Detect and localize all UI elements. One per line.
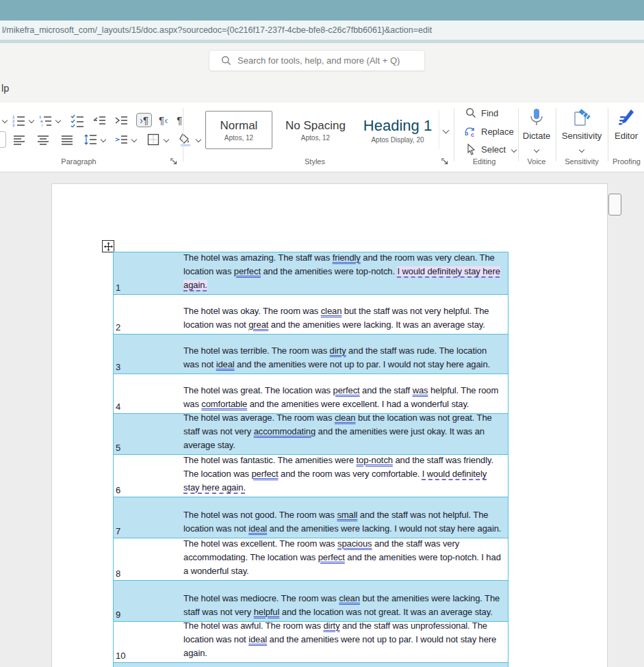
menu-item-help-fragment[interactable]: lp: [1, 83, 9, 94]
first-line-indent-button[interactable]: [113, 132, 129, 148]
grammar-suggestion[interactable]: small: [337, 510, 357, 520]
grammar-suggestion[interactable]: helpful: [254, 607, 280, 617]
chevron-down-icon[interactable]: [2, 117, 8, 122]
grammar-suggestion[interactable]: clean: [321, 306, 342, 316]
grammar-suggestion[interactable]: ideal: [248, 523, 267, 534]
grammar-suggestion[interactable]: accommodating: [254, 426, 315, 436]
grammar-suggestion[interactable]: perfect: [234, 266, 261, 276]
review-text-cell[interactable]: The hotel was great. The location was pe…: [183, 374, 508, 413]
style-normal[interactable]: Normal Aptos, 12: [205, 111, 272, 149]
chevron-down-icon[interactable]: [29, 117, 34, 122]
address-bar[interactable]: l/mikefra_microsoft_com/_layouts/15/doc.…: [0, 21, 644, 40]
grammar-suggestion[interactable]: spacious: [337, 538, 372, 549]
row-number-cell[interactable]: 7: [114, 497, 183, 538]
row-number-cell[interactable]: 4: [114, 374, 183, 413]
review-text-cell[interactable]: The hotel was terrible. The room was dir…: [183, 335, 508, 374]
scrollbar-thumb[interactable]: [608, 194, 621, 215]
table-move-handle[interactable]: [102, 240, 114, 252]
review-text-cell[interactable]: The hotel was mediocre. The room was cle…: [183, 581, 508, 621]
editor-button[interactable]: Editor: [611, 108, 641, 141]
borders-button[interactable]: [145, 132, 161, 148]
replace-button[interactable]: bc Replace: [464, 125, 514, 138]
chevron-down-icon[interactable]: [131, 137, 137, 142]
increase-indent-button[interactable]: [113, 112, 129, 128]
review-text-cell[interactable]: The hotel was amazing. The staff was fri…: [183, 252, 508, 294]
microphone-icon: [528, 108, 545, 129]
table-row[interactable]: 5The hotel was average. The room was cle…: [114, 414, 508, 455]
grammar-suggestion[interactable]: top-notch: [357, 455, 393, 465]
table-row[interactable]: 4The hotel was great. The location was p…: [114, 374, 508, 414]
grammar-suggestion[interactable]: was: [413, 385, 428, 395]
row-number-cell[interactable]: 2: [114, 295, 183, 334]
ltr-paragraph-icon: ›¶: [140, 114, 149, 126]
find-button[interactable]: Find: [465, 107, 498, 118]
row-number-cell[interactable]: 9: [114, 581, 183, 621]
multilevel-list-button[interactable]: 1ai: [37, 112, 53, 128]
table-row[interactable]: 10The hotel was awful. The room was dirt…: [114, 622, 508, 663]
row-number-cell[interactable]: 8: [114, 538, 183, 580]
decrease-indent-button[interactable]: [91, 112, 107, 128]
review-text-cell[interactable]: The hotel was not good. The room was sma…: [183, 497, 508, 538]
review-text-cell[interactable]: The hotel was excellent. The room was sp…: [183, 538, 508, 580]
styles-gallery-expand-button[interactable]: [439, 111, 452, 149]
ltr-paragraph-button[interactable]: ›¶: [136, 113, 152, 127]
row-number-cell[interactable]: 6: [114, 455, 183, 497]
table-row[interactable]: 6The hotel was fantastic. The amenities …: [114, 455, 508, 497]
grammar-suggestion[interactable]: clean: [339, 593, 360, 603]
table-row[interactable]: [114, 663, 508, 667]
style-heading-1[interactable]: Heading 1 Aptos Display, 20: [358, 111, 437, 149]
chevron-down-icon[interactable]: [164, 137, 169, 142]
sensitivity-button[interactable]: Sensitivity: [559, 108, 604, 149]
grammar-suggestion[interactable]: clean: [335, 414, 356, 423]
grammar-suggestion[interactable]: ideal: [216, 359, 235, 369]
review-text-cell[interactable]: The hotel was awful. The room was dirty …: [183, 622, 508, 662]
document-canvas: 1The hotel was amazing. The staff was fr…: [0, 172, 644, 667]
paragraph-dialog-launcher[interactable]: [170, 157, 178, 166]
grammar-suggestion[interactable]: perfect: [318, 552, 345, 562]
numbered-list-button[interactable]: 123: [10, 112, 26, 128]
review-text-cell[interactable]: The hotel was average. The room was clea…: [183, 414, 508, 454]
chevron-down-icon[interactable]: [55, 117, 61, 122]
select-button[interactable]: Select: [466, 144, 517, 155]
table-row[interactable]: 8The hotel was excellent. The room was s…: [114, 538, 508, 581]
row-number-cell[interactable]: 3: [114, 335, 183, 374]
styles-dialog-launcher[interactable]: [441, 157, 449, 166]
line-spacing-button[interactable]: [82, 132, 98, 148]
row-number-cell[interactable]: [114, 663, 183, 667]
chevron-down-icon[interactable]: [101, 137, 106, 142]
review-text-cell[interactable]: The hotel was fantastic. The amenities w…: [183, 455, 508, 497]
align-center-button[interactable]: [35, 132, 51, 148]
grammar-suggestion[interactable]: perfect: [251, 469, 278, 479]
row-number-cell[interactable]: 1: [114, 252, 183, 294]
search-input[interactable]: Search for tools, help, and more (Alt + …: [209, 50, 425, 71]
grammar-suggestion[interactable]: perfect: [333, 385, 360, 395]
dictate-button[interactable]: Dictate: [521, 108, 552, 149]
grammar-suggestion[interactable]: great: [248, 319, 268, 330]
style-name: No Spacing: [285, 119, 346, 133]
rtl-paragraph-button[interactable]: ¶‹: [158, 114, 168, 127]
grammar-suggestion[interactable]: friendly: [333, 252, 361, 263]
row-number-cell[interactable]: 5: [114, 414, 183, 454]
align-left-button[interactable]: [11, 132, 27, 148]
grammar-suggestion[interactable]: ideal: [248, 634, 267, 644]
shading-button[interactable]: [177, 132, 193, 148]
chevron-down-icon[interactable]: [196, 137, 201, 142]
style-no-spacing[interactable]: No Spacing Aptos, 12: [275, 111, 356, 149]
justify-button[interactable]: [59, 132, 75, 148]
editor-pen-icon: [616, 108, 636, 129]
grammar-suggestion[interactable]: dirty: [330, 345, 346, 356]
cut-button-fragment[interactable]: [0, 131, 6, 148]
grammar-suggestion[interactable]: dirty: [323, 622, 339, 631]
checklist-button[interactable]: [69, 112, 85, 128]
review-text-cell[interactable]: The hotel was okay. The room was clean b…: [183, 295, 508, 334]
review-text: The hotel was excellent. The room was sp…: [183, 538, 504, 578]
table-row[interactable]: 9The hotel was mediocre. The room was cl…: [114, 581, 508, 622]
grammar-suggestion[interactable]: comfortable: [201, 399, 247, 409]
table-row[interactable]: 1The hotel was amazing. The staff was fr…: [114, 252, 508, 295]
show-formatting-button[interactable]: ¶: [176, 114, 183, 127]
table-row[interactable]: 3The hotel was terrible. The room was di…: [114, 335, 508, 374]
row-number-cell[interactable]: 10: [114, 622, 183, 662]
table-row[interactable]: 2The hotel was okay. The room was clean …: [114, 295, 508, 335]
table-row[interactable]: 7The hotel was not good. The room was sm…: [114, 497, 508, 538]
review-text-cell[interactable]: [183, 663, 508, 667]
